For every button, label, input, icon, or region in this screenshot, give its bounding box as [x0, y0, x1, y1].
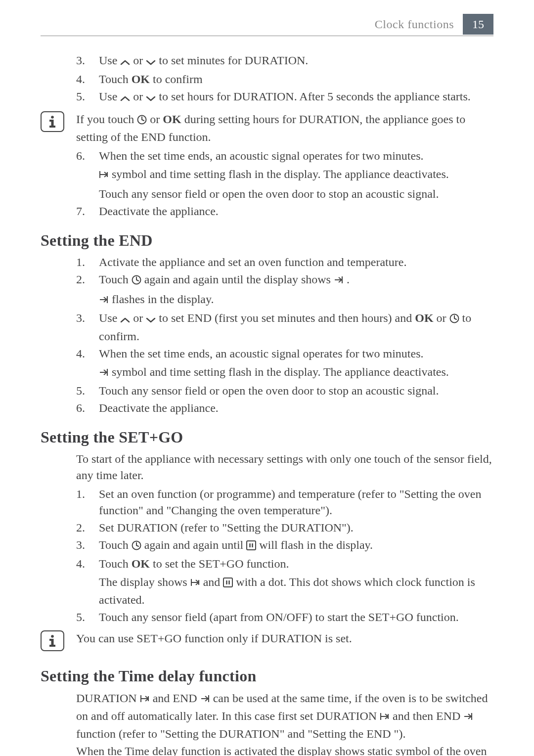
li-number: 6. — [76, 148, 99, 202]
list-item: 6. When the set time ends, an acoustic s… — [76, 148, 493, 202]
text: again and again until the display shows — [141, 273, 334, 286]
duration-end-icon — [140, 692, 150, 708]
page-header: Clock functions 15 — [375, 14, 493, 35]
pause-box-icon — [246, 538, 256, 555]
info-icon — [41, 630, 64, 651]
li-number: 4. — [76, 346, 99, 382]
text: Touch any sensor field or open the oven … — [99, 186, 493, 202]
li-number: 7. — [76, 203, 99, 220]
text: Set DURATION (refer to "Setting the DURA… — [99, 520, 493, 536]
li-number: 5. — [76, 383, 99, 399]
text: Touch — [99, 73, 132, 86]
li-number: 4. — [76, 556, 99, 608]
clock-icon — [132, 273, 141, 289]
list-item: 3. Use or to set minutes for DURATION. — [76, 52, 493, 70]
text: to set the SET+GO function. — [150, 557, 289, 570]
info-note-2: You can use SET+GO function only if DURA… — [41, 630, 493, 651]
li-number: 6. — [76, 400, 99, 416]
text: or — [434, 311, 449, 324]
li-number: 1. — [76, 486, 99, 519]
text: to confirm — [150, 73, 203, 86]
page-number: 15 — [463, 14, 493, 35]
list-item: 3. Use or to set END (first you set minu… — [76, 310, 493, 344]
text: DURATION — [76, 692, 140, 705]
list-item: 3. Touch again and again until will flas… — [76, 537, 493, 555]
li-number: 2. — [76, 271, 99, 309]
end-arrow-icon — [99, 365, 109, 382]
text: again and again until — [141, 538, 247, 551]
text: When the set time ends, an acoustic sign… — [99, 346, 493, 362]
ok-symbol: OK — [415, 311, 433, 324]
li-number: 3. — [76, 52, 99, 70]
text: and then END — [390, 710, 463, 722]
list-item: 4. Touch OK to set the SET+GO function. … — [76, 556, 493, 608]
duration-end-icon — [380, 710, 390, 726]
text: If you touch — [76, 113, 137, 126]
text: Set an oven function (or programme) and … — [99, 486, 493, 519]
clock-icon — [137, 113, 147, 129]
li-number: 1. — [76, 254, 99, 270]
text: flashes in the display. — [109, 293, 214, 306]
list-item: 5.Touch any sensor field (apart from ON/… — [76, 609, 493, 625]
page-content: 3. Use or to set minutes for DURATION. 4… — [41, 51, 493, 715]
chevron-up-icon — [120, 311, 130, 328]
text: or — [147, 113, 163, 126]
ok-symbol: OK — [132, 73, 150, 86]
list-item: 5. Use or to set hours for DURATION. Aft… — [76, 89, 493, 106]
page-number-value: 15 — [472, 18, 484, 31]
li-number: 3. — [76, 310, 99, 344]
delay-section: DURATION and END can be used at the same… — [76, 690, 493, 756]
li-number: 3. — [76, 537, 99, 555]
text: Activate the appliance and set an oven f… — [99, 254, 493, 270]
text: Touch — [99, 273, 132, 286]
list-item: 1.Set an oven function (or programme) an… — [76, 486, 493, 519]
clock-icon — [449, 311, 459, 328]
text: or — [130, 311, 146, 324]
text: Use — [99, 311, 120, 324]
header-section-title: Clock functions — [375, 18, 454, 31]
end-steps: 1.Activate the appliance and set an oven… — [76, 254, 493, 416]
text: You can use SET+GO function only if DURA… — [76, 630, 493, 647]
text: To start of the appliance with necessary… — [76, 451, 493, 484]
text: Touch — [99, 538, 132, 551]
text: and END — [150, 692, 200, 705]
text: The display shows — [99, 576, 190, 588]
list-item: 4. When the set time ends, an acoustic s… — [76, 346, 493, 382]
text: Touch any sensor field (apart from ON/OF… — [99, 609, 493, 625]
heading-setting-end: Setting the END — [41, 229, 493, 251]
text: symbol and time setting flash in the dis… — [109, 168, 449, 180]
text: to set minutes for DURATION. — [156, 54, 308, 67]
duration-end-icon — [99, 168, 109, 184]
list-item: 6.Deactivate the appliance. — [76, 400, 493, 416]
list-item: 5.Touch any sensor field or open the ove… — [76, 383, 493, 399]
list-item: 4. Touch OK to confirm — [76, 71, 493, 88]
text: or — [130, 90, 146, 103]
ordered-list-continuation-2: 6. When the set time ends, an acoustic s… — [76, 148, 493, 220]
text: to set hours for DURATION. After 5 secon… — [156, 90, 471, 103]
pause-box-icon — [223, 576, 233, 592]
clock-icon — [132, 538, 141, 555]
chevron-up-icon — [120, 54, 130, 70]
text: Use — [99, 90, 120, 103]
chevron-up-icon — [120, 90, 130, 106]
header-divider — [41, 36, 493, 36]
chevron-down-icon — [146, 54, 156, 70]
li-number: 5. — [76, 609, 99, 625]
page: Clock functions 15 3. Use or to set minu… — [0, 0, 534, 756]
list-item: 2. Touch again and again until the displ… — [76, 271, 493, 309]
list-item: 2.Set DURATION (refer to "Setting the DU… — [76, 520, 493, 536]
text: Touch any sensor field or open the oven … — [99, 383, 493, 399]
text: or — [130, 54, 146, 67]
end-arrow-icon — [334, 273, 344, 289]
text: symbol and time setting flash in the dis… — [109, 365, 449, 378]
text: will flash in the display. — [256, 538, 373, 551]
text: When the set time ends, an acoustic sign… — [99, 148, 493, 164]
info-note: If you touch or OK during setting hours … — [41, 111, 493, 145]
li-number: 4. — [76, 71, 99, 88]
end-arrow-icon — [463, 710, 473, 726]
li-number: 2. — [76, 520, 99, 536]
list-item: 7. Deactivate the appliance. — [76, 203, 493, 220]
chevron-down-icon — [146, 90, 156, 106]
info-icon — [41, 111, 64, 132]
heading-setting-setgo: Setting the SET+GO — [41, 426, 493, 448]
